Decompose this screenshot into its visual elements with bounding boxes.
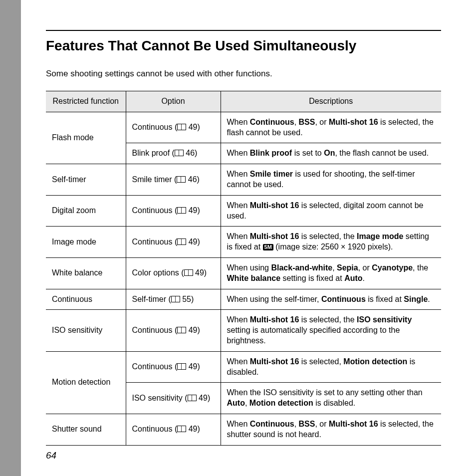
cell-function: Image mode <box>46 227 126 258</box>
table-row: White balance Color options ( 49) When u… <box>46 257 441 289</box>
cell-option: ISO sensitivity ( 49) <box>126 383 221 414</box>
table-row: Image mode Continuous ( 49) When Multi-s… <box>46 227 441 258</box>
intro-text: Some shooting settings cannot be used wi… <box>46 69 441 79</box>
cell-description: When Continuous, BSS, or Multi-shot 16 i… <box>221 414 441 445</box>
cell-description: When Multi-shot 16 is selected, the ISO … <box>221 310 441 351</box>
cell-option: Continuous ( 49) <box>126 227 221 258</box>
book-icon <box>177 238 186 245</box>
cell-function: Shutter sound <box>46 414 126 445</box>
table-row: Digital zoom Continuous ( 49) When Multi… <box>46 195 441 227</box>
restrictions-table: Restricted function Option Descriptions … <box>46 91 441 446</box>
rule-top <box>46 30 441 31</box>
cell-option: Blink proof ( 46) <box>126 143 221 164</box>
cell-function: Self-timer <box>46 164 126 196</box>
book-icon <box>184 269 193 276</box>
cell-description: When Multi-shot 16 is selected, the Imag… <box>221 227 441 258</box>
image-mode-5m-icon: 5M <box>263 244 273 250</box>
cell-option: Color options ( 49) <box>126 257 221 289</box>
table-row: Continuous Self-timer ( 55) When using t… <box>46 289 441 310</box>
cell-description: When Multi-shot 16 is selected, digital … <box>221 195 441 227</box>
th-function: Restricted function <box>46 91 126 112</box>
book-icon <box>177 124 186 130</box>
table-row: Self-timer Smile timer ( 46) When Smile … <box>46 164 441 196</box>
cell-function: Motion detection <box>46 351 126 414</box>
cell-description: When using Black-and-white, Sepia, or Cy… <box>221 257 441 289</box>
page-content: Features That Cannot Be Used Simultaneou… <box>21 0 476 476</box>
book-icon <box>177 176 186 183</box>
cell-function: Digital zoom <box>46 195 126 227</box>
cell-function: Continuous <box>46 289 126 310</box>
book-icon <box>171 296 180 302</box>
cell-description: When Continuous, BSS, or Multi-shot 16 i… <box>221 112 441 143</box>
book-icon <box>188 395 197 401</box>
cell-option: Smile timer ( 46) <box>126 164 221 196</box>
cell-description: When Smile timer is used for shooting, t… <box>221 164 441 196</box>
cell-description: When Blink proof is set to On, the flash… <box>221 143 441 164</box>
cell-option: Continuous ( 49) <box>126 195 221 227</box>
page-number: 64 <box>46 450 56 461</box>
book-icon <box>177 426 186 432</box>
page-title: Features That Cannot Be Used Simultaneou… <box>46 38 441 54</box>
cell-option: Continuous ( 49) <box>126 310 221 351</box>
table-row: Shutter sound Continuous ( 49) When Cont… <box>46 414 441 445</box>
cell-function: Flash mode <box>46 112 126 164</box>
table-header-row: Restricted function Option Descriptions <box>46 91 441 112</box>
table-row: Flash mode Continuous ( 49) When Continu… <box>46 112 441 143</box>
cell-description: When the ISO sensitivity is set to any s… <box>221 383 441 414</box>
cell-description: When Multi-shot 16 is selected, Motion d… <box>221 351 441 383</box>
table-row: Motion detection Continuous ( 49) When M… <box>46 351 441 383</box>
book-icon <box>177 363 186 370</box>
cell-option: Self-timer ( 55) <box>126 289 221 310</box>
th-option: Option <box>126 91 221 112</box>
book-icon <box>177 207 186 214</box>
table-row: ISO sensitivity Continuous ( 49) When Mu… <box>46 310 441 351</box>
cell-function: ISO sensitivity <box>46 310 126 351</box>
book-icon <box>175 150 184 156</box>
cell-function: White balance <box>46 257 126 289</box>
book-icon <box>177 327 186 333</box>
cell-option: Continuous ( 49) <box>126 351 221 383</box>
cell-description: When using the self-timer, Continuous is… <box>221 289 441 310</box>
th-desc: Descriptions <box>221 91 441 112</box>
cell-option: Continuous ( 49) <box>126 112 221 143</box>
cell-option: Continuous ( 49) <box>126 414 221 445</box>
